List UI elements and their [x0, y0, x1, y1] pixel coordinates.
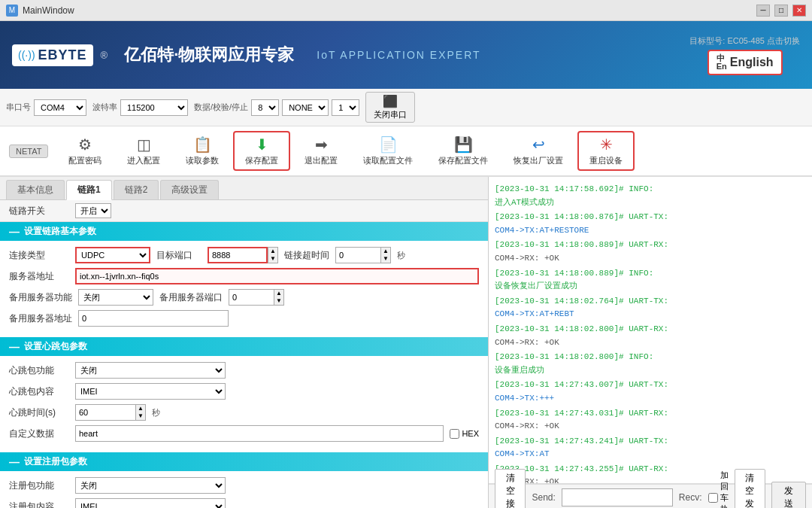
backup-server-select[interactable]: 关闭 开启	[78, 289, 153, 306]
hb-interval-up[interactable]: ▲	[136, 405, 145, 412]
reg-content-select[interactable]: IMEI 自定义	[75, 498, 226, 508]
reg-func-select[interactable]: 关闭 开启	[75, 477, 226, 494]
port-select[interactable]: COM4	[34, 99, 86, 116]
backup-port-up[interactable]: ▲	[274, 290, 283, 297]
hb-func-select[interactable]: 关闭 开启	[75, 362, 226, 379]
read-params-button[interactable]: 📋 读取参数	[174, 132, 230, 170]
read-params-icon: 📋	[193, 135, 212, 154]
baud-select[interactable]: 115200	[120, 99, 188, 116]
log-entry: [2023-10-31 14:27:43.241]# UART-TX:COM4-…	[495, 435, 806, 461]
titlebar-title: MainWindow	[23, 5, 756, 16]
netat-label: NETAT	[9, 144, 48, 158]
enter-config-button[interactable]: ◫ 进入配置	[116, 132, 171, 170]
hb-interval-spinner[interactable]: ▲ ▼	[75, 404, 146, 421]
logo-area: ((·)) EBYTE ® 亿佰特·物联网应用专家 IoT APPLICATIO…	[12, 44, 481, 66]
config-pwd-button[interactable]: ⚙ 配置密码	[57, 132, 113, 170]
save-config-icon: ⬇	[256, 135, 268, 154]
chain-switch-select[interactable]: 开启 关闭	[75, 203, 111, 218]
read-config-file-icon: 📄	[379, 135, 398, 154]
form-row-reg-content: 注册包内容 IMEI 自定义	[9, 498, 479, 508]
conn-type-select[interactable]: UDPC TCPC TCPS	[75, 247, 150, 263]
signal-icon: ((·))	[18, 49, 35, 61]
timeout-spinner[interactable]: ▲ ▼	[335, 247, 391, 263]
restore-factory-label: 恢复出厂设置	[514, 155, 563, 166]
timeout-down[interactable]: ▼	[381, 255, 390, 263]
port-spinner[interactable]: ▲ ▼	[268, 247, 278, 263]
tab-chain1[interactable]: 链路1	[66, 180, 112, 200]
hb-content-select[interactable]: IMEI 自定义	[75, 383, 226, 400]
close-port-button[interactable]: ⬛ 关闭串口	[365, 92, 415, 123]
header-subtitle: IoT APPLICATION EXPERT	[317, 49, 480, 61]
lang-button[interactable]: 中En English	[707, 50, 783, 75]
target-model[interactable]: 目标型号: EC05-485 点击切换	[689, 35, 800, 47]
port-down-arrow[interactable]: ▼	[268, 255, 277, 263]
loop-label: 加回车执行	[720, 470, 729, 509]
read-params-label: 读取参数	[186, 155, 219, 166]
backup-port-input[interactable]	[229, 289, 274, 306]
server-addr-input[interactable]	[75, 268, 479, 284]
enter-config-icon: ◫	[137, 135, 151, 154]
header-right: 目标型号: EC05-485 点击切换 中En English	[689, 21, 800, 89]
recv-label: Recv:	[679, 492, 702, 503]
parity-select[interactable]: NONE	[282, 99, 329, 116]
check-group: 数据/校验/停止 8 NONE 1	[194, 99, 359, 116]
timeout-input[interactable]	[335, 247, 380, 263]
hb-hex-check[interactable]	[450, 429, 459, 439]
port-up-arrow[interactable]: ▲	[268, 248, 277, 255]
save-config-button[interactable]: ⬇ 保存配置	[233, 131, 290, 171]
exit-config-button[interactable]: ➡ 退出配置	[293, 132, 349, 170]
backup-port-ctrl[interactable]: ▲ ▼	[274, 289, 284, 306]
tab-chain2[interactable]: 链路2	[114, 180, 159, 199]
basic-params-form: 连接类型 UDPC TCPC TCPS 目标端口 ▲ ▼ 链接超时间	[0, 241, 488, 337]
clear-recv-button[interactable]: 清空接收	[495, 469, 526, 508]
tab-basic-info[interactable]: 基本信息	[6, 180, 65, 199]
hb-interval-input[interactable]	[75, 404, 135, 421]
server-addr-label: 服务器地址	[9, 270, 69, 283]
hb-interval-label: 心跳时间(s)	[9, 406, 69, 419]
restore-factory-button[interactable]: ↩ 恢复出厂设置	[502, 132, 574, 170]
section-register-title: 设置注册包参数	[24, 455, 87, 468]
log-entry: [2023-10-31 14:18:00.889]# INFO:设备恢复出厂设置…	[495, 267, 806, 294]
backup-port-spinner[interactable]: ▲ ▼	[229, 289, 284, 306]
close-port-icon: ⬛	[383, 94, 398, 108]
read-config-file-button[interactable]: 📄 读取配置文件	[352, 132, 424, 170]
close-button[interactable]: ✕	[792, 5, 806, 17]
backup-addr-input[interactable]	[78, 310, 229, 327]
loop-check[interactable]	[708, 493, 718, 503]
close-port-label: 关闭串口	[374, 109, 407, 120]
register-form: 注册包功能 关闭 开启 注册包内容 IMEI 自定义 发送方式 连接发送一次 每…	[0, 471, 488, 508]
clear-send-button[interactable]: 清空发送	[735, 469, 765, 508]
stop-bits-select[interactable]: 1	[332, 99, 359, 116]
restart-button[interactable]: ✳ 重启设备	[577, 131, 635, 171]
left-panel: 基本信息 链路1 链路2 高级设置 链路开关 开启 关闭 — 设置链路基本参数 …	[0, 177, 489, 508]
chain-switch-label: 链路开关	[9, 205, 69, 217]
send-label: Send:	[532, 492, 555, 503]
port-label: 串口号	[6, 102, 31, 113]
conn-type-label: 连接类型	[9, 249, 69, 262]
minimize-button[interactable]: ─	[756, 5, 770, 17]
read-config-file-label: 读取配置文件	[363, 155, 413, 166]
tab-advanced[interactable]: 高级设置	[160, 180, 219, 199]
save-config-file-button[interactable]: 💾 保存配置文件	[427, 132, 499, 170]
backup-addr-label: 备用服务器地址	[9, 312, 72, 325]
timeout-spinner-ctrl[interactable]: ▲ ▼	[380, 247, 391, 263]
target-port-spinner[interactable]: ▲ ▼	[208, 247, 278, 263]
loop-checkbox[interactable]: 加回车执行	[708, 470, 729, 509]
target-port-input[interactable]	[208, 247, 268, 263]
hb-hex-label: HEX	[462, 429, 479, 438]
action-bar: NETAT ⚙ 配置密码 ◫ 进入配置 📋 读取参数 ⬇ 保存配置 ➡ 退出配置…	[0, 126, 812, 177]
exit-config-label: 退出配置	[304, 155, 338, 166]
hb-interval-down[interactable]: ▼	[136, 412, 145, 420]
form-row-backup: 备用服务器功能 关闭 开启 备用服务器端口 ▲ ▼	[9, 289, 479, 306]
hb-custom-input[interactable]	[75, 425, 444, 442]
form-row-backup-addr: 备用服务器地址	[9, 310, 479, 327]
hb-hex-checkbox[interactable]: HEX	[450, 429, 479, 439]
backup-port-down[interactable]: ▼	[274, 297, 283, 305]
baud-label: 波特率	[92, 102, 117, 113]
timeout-up[interactable]: ▲	[381, 248, 390, 255]
send-button[interactable]: 发送	[771, 482, 806, 508]
data-bits-select[interactable]: 8	[251, 99, 279, 116]
send-input[interactable]	[562, 488, 673, 506]
maximize-button[interactable]: □	[774, 5, 788, 17]
hb-interval-ctrl[interactable]: ▲ ▼	[135, 404, 146, 421]
